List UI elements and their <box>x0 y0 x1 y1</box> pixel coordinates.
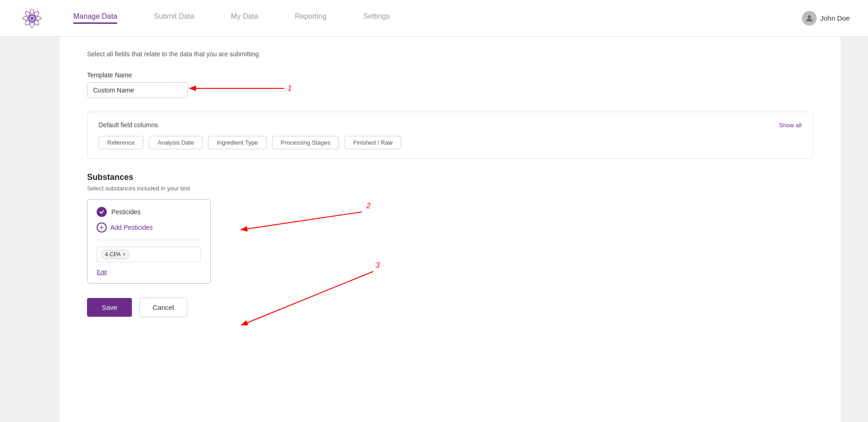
nav-reporting[interactable]: Reporting <box>295 12 327 24</box>
main-nav: Manage Data Submit Data My Data Reportin… <box>73 12 802 24</box>
left-sidebar <box>0 37 60 422</box>
logo <box>18 5 46 32</box>
add-pesticides-item[interactable]: + Add Pesticides <box>97 222 201 233</box>
default-fields-box: Default field columns Show all Reference… <box>87 112 813 159</box>
tag-close-icon[interactable]: × <box>122 251 126 258</box>
annotation-2: 2 <box>366 202 371 210</box>
save-button[interactable]: Save <box>87 298 132 317</box>
right-sidebar <box>841 37 868 422</box>
plus-icon: + <box>97 222 107 233</box>
arrow-1-svg: 1 <box>192 81 293 95</box>
substance-pesticides[interactable]: Pesticides <box>97 207 201 217</box>
substances-box: Pesticides + Add Pesticides 4-CPA × <box>87 199 211 284</box>
check-icon-pesticides <box>97 207 107 217</box>
content-area: Select all fields that relate to the dat… <box>60 37 841 422</box>
template-name-label: Template Name <box>87 71 813 79</box>
nav-my-data[interactable]: My Data <box>231 12 258 24</box>
nav-manage-data[interactable]: Manage Data <box>73 12 117 24</box>
show-all-link[interactable]: Show all <box>779 122 802 129</box>
substances-divider <box>97 240 201 240</box>
annotation-1: 1 <box>288 84 292 92</box>
field-chip-processing-stages: Processing Stages <box>272 136 339 149</box>
field-chip-ingredient-type: Ingredient Type <box>208 136 266 149</box>
edit-link[interactable]: Edit <box>97 269 107 276</box>
svg-line-11 <box>247 212 362 229</box>
tag-4cpa-label: 4-CPA <box>105 251 120 258</box>
tags-area[interactable]: 4-CPA × <box>97 247 201 262</box>
instruction-text: Select all fields that relate to the dat… <box>87 50 813 58</box>
default-fields-title: Default field columns <box>98 121 158 129</box>
arrows-2-3-svg: 2 3 <box>211 195 394 368</box>
svg-point-5 <box>31 17 33 20</box>
user-name: John Doe <box>820 14 850 22</box>
svg-point-6 <box>808 15 811 18</box>
field-columns: Reference Analysis Date Ingredient Type … <box>98 136 802 149</box>
user-menu[interactable]: John Doe <box>802 11 850 26</box>
user-avatar-icon <box>802 11 817 26</box>
buttons-row: Save Cancel <box>87 298 813 317</box>
header: Manage Data Submit Data My Data Reportin… <box>0 0 868 37</box>
annotation-3: 3 <box>376 261 380 269</box>
nav-submit-data[interactable]: Submit Data <box>154 12 194 24</box>
substances-subtitle: Select substances included in your test <box>87 185 813 192</box>
page-wrapper: Select all fields that relate to the dat… <box>0 37 868 422</box>
tag-4cpa[interactable]: 4-CPA × <box>101 250 130 259</box>
substance-pesticides-label: Pesticides <box>111 208 141 216</box>
field-chip-analysis-date: Analysis Date <box>149 136 202 149</box>
field-chip-finished-raw: Finished / Raw <box>344 136 401 149</box>
substances-title: Substances <box>87 173 813 182</box>
substances-section: Substances Select substances included in… <box>87 173 813 317</box>
field-chip-reference: Reference <box>98 136 143 149</box>
cancel-button[interactable]: Cancel <box>139 298 187 317</box>
add-pesticides-label: Add Pesticides <box>110 224 153 231</box>
template-name-input[interactable] <box>87 82 188 98</box>
default-fields-header: Default field columns Show all <box>98 121 802 129</box>
nav-settings[interactable]: Settings <box>363 12 390 24</box>
